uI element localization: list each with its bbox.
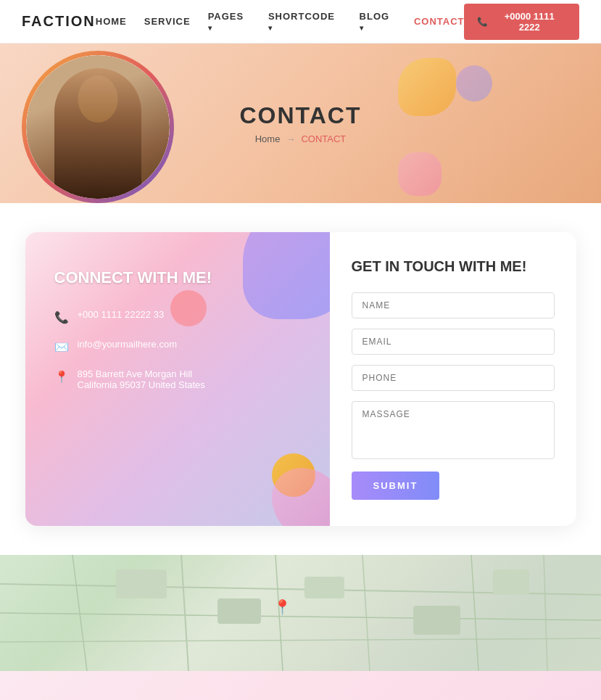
svg-line-6 (362, 555, 370, 671)
blob-1 (243, 232, 330, 319)
svg-line-1 (0, 613, 601, 620)
phone-button[interactable]: +0000 1111 2222 (464, 4, 579, 40)
blob-pink (398, 152, 442, 196)
map-pin: 📍 (273, 598, 291, 616)
svg-rect-12 (413, 606, 460, 635)
message-field-wrap (352, 401, 555, 461)
newsletter-text: SUBSCRIBE TO OUR NEWSLETTER Nulla imperd… (25, 697, 292, 700)
newsletter-heading: SUBSCRIBE TO OUR NEWSLETTER (25, 697, 292, 700)
phone-icon: 📞 (54, 310, 69, 324)
newsletter-section: SUBSCRIBE TO OUR NEWSLETTER Nulla imperd… (0, 671, 601, 700)
site-header: FACTION HOME SERVICE PAGES SHORTCODE BLO… (0, 0, 601, 44)
nav-pages[interactable]: PAGES (208, 11, 251, 33)
contact-card: CONNECT WITH ME! 📞 +000 1111 22222 33 ✉️… (25, 232, 576, 526)
person-silhouette (54, 68, 141, 199)
contact-address-line1: 895 Barrett Ave Morgan Hill (78, 368, 205, 379)
contact-address-line2: California 95037 United States (78, 379, 205, 390)
blob-purple-small (456, 65, 492, 102)
breadcrumb-current: CONTACT (301, 133, 346, 144)
svg-line-7 (471, 555, 478, 671)
map-background: 📍 (0, 555, 601, 671)
page-title-box: CONTACT Home → CONTACT (239, 102, 361, 144)
hero-banner: CONTACT Home → CONTACT (0, 44, 601, 203)
person-image (26, 55, 170, 199)
email-input[interactable] (352, 329, 555, 355)
nav-shortcode[interactable]: SHORTCODE (268, 11, 342, 33)
nav-home[interactable]: HOME (96, 16, 127, 27)
email-field-wrap (352, 329, 555, 355)
nav-blog[interactable]: BLOG (360, 11, 397, 33)
form-heading: GET IN TOUCH WITH ME! (352, 258, 555, 275)
svg-line-8 (544, 555, 547, 671)
contact-address-item: 📍 895 Barrett Ave Morgan Hill California… (54, 368, 301, 390)
svg-line-2 (0, 638, 601, 642)
form-submit-button[interactable]: SUBMIT (352, 472, 440, 500)
name-field-wrap (352, 292, 555, 318)
contact-email-text: info@yourmailhere.com (78, 339, 177, 350)
breadcrumb-separator: → (286, 133, 295, 144)
page-title: CONTACT (239, 102, 361, 129)
name-input[interactable] (352, 292, 555, 318)
person-circle (22, 51, 174, 203)
main-nav: HOME SERVICE PAGES SHORTCODE BLOG CONTAC… (96, 11, 465, 33)
breadcrumb: Home → CONTACT (239, 133, 361, 144)
nav-contact[interactable]: CONTACT (414, 16, 465, 27)
contact-section: CONNECT WITH ME! 📞 +000 1111 22222 33 ✉️… (0, 203, 601, 555)
svg-rect-13 (493, 569, 529, 595)
email-icon: ✉️ (54, 340, 69, 354)
blob-4 (170, 290, 207, 326)
nav-service[interactable]: SERVICE (144, 16, 191, 27)
contact-right-panel: GET IN TOUCH WITH ME! SUBMIT (330, 232, 576, 526)
phone-input[interactable] (352, 365, 555, 391)
phone-field-wrap (352, 365, 555, 391)
map-roads-svg (0, 555, 601, 671)
svg-rect-10 (217, 598, 261, 624)
map-section: 📍 (0, 555, 601, 671)
blob-yellow (398, 58, 456, 116)
breadcrumb-home[interactable]: Home (255, 133, 281, 144)
blob-3 (272, 468, 330, 526)
location-icon: 📍 (54, 370, 69, 384)
site-logo: FACTION (22, 13, 96, 30)
svg-line-3 (72, 555, 87, 671)
contact-phone-text: +000 1111 22222 33 (78, 309, 165, 320)
svg-line-4 (181, 555, 188, 671)
contact-email-item: ✉️ info@yourmailhere.com (54, 339, 301, 354)
svg-rect-11 (304, 577, 344, 598)
contact-left-panel: CONNECT WITH ME! 📞 +000 1111 22222 33 ✉️… (25, 232, 330, 526)
message-textarea[interactable] (352, 401, 555, 459)
newsletter-inner: SUBSCRIBE TO OUR NEWSLETTER Nulla imperd… (25, 697, 576, 700)
svg-rect-9 (116, 569, 167, 598)
